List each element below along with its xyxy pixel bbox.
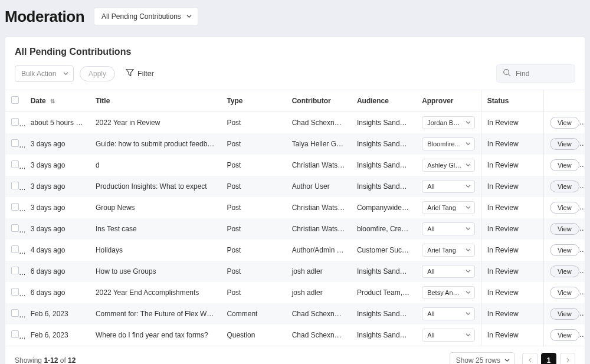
approver-select[interactable]: All	[422, 307, 475, 320]
cell-audience: Insights Sandbox	[351, 112, 416, 133]
view-button[interactable]: View	[550, 244, 579, 256]
column-header-approver[interactable]: Approver	[416, 90, 481, 112]
row-checkbox[interactable]	[11, 330, 19, 338]
approver-select[interactable]: All	[422, 329, 475, 342]
cell-title: Holidays	[90, 240, 221, 261]
bulk-action-select[interactable]: Bulk Action	[15, 65, 74, 82]
row-checkbox[interactable]	[11, 224, 19, 232]
page-title: Moderation	[5, 8, 84, 26]
approver-select[interactable]: Betsy Anderson	[422, 286, 475, 299]
column-header-contributor[interactable]: Contributor	[286, 90, 351, 112]
approver-select[interactable]: All	[422, 265, 475, 278]
view-button[interactable]: View	[550, 308, 579, 320]
search-box[interactable]	[496, 64, 575, 83]
chevron-down-icon	[186, 12, 192, 21]
row-checkbox[interactable]	[11, 245, 19, 253]
chevron-down-icon	[466, 183, 471, 190]
column-header-type[interactable]: Type	[221, 90, 286, 112]
view-selector[interactable]: All Pending Contributions	[94, 7, 198, 26]
cell-status: In Review	[481, 155, 543, 176]
cell-type: Post	[221, 112, 286, 133]
filter-label: Filter	[137, 70, 154, 78]
cell-contributor: Author User	[286, 176, 351, 197]
cell-contributor: Chad Schexnayder	[286, 112, 351, 133]
bulk-action-label: Bulk Action	[21, 70, 56, 78]
approver-select[interactable]: Ariel Tang	[422, 244, 475, 257]
approver-select[interactable]: Jordan Boyson	[422, 116, 475, 129]
approver-label: All	[427, 332, 434, 339]
table-row: about 5 hours ago2022 Year in ReviewPost…	[5, 112, 585, 133]
apply-button[interactable]: Apply	[80, 66, 115, 81]
table-row: Feb 6, 2023Where do I find year end tax …	[5, 324, 585, 346]
cell-type: Post	[221, 197, 286, 218]
view-button[interactable]: View	[550, 287, 579, 299]
pager-prev-button[interactable]	[522, 353, 537, 365]
view-button[interactable]: View	[550, 202, 579, 214]
view-button[interactable]: View	[550, 138, 579, 150]
row-checkbox[interactable]	[11, 267, 19, 274]
cell-date: about 5 hours ago	[25, 112, 90, 133]
approver-select[interactable]: All	[422, 180, 475, 193]
approver-label: Ariel Tang	[427, 204, 456, 211]
cell-contributor: Christian Watson	[286, 218, 351, 240]
approver-label: All	[427, 268, 434, 275]
approver-select[interactable]: Bloomfire Amb...	[422, 137, 475, 150]
approver-label: Jordan Boyson	[427, 119, 470, 126]
cell-contributor: Author/Admin Test	[286, 240, 351, 261]
row-checkbox[interactable]	[11, 203, 19, 211]
cell-type: Post	[221, 282, 286, 303]
row-checkbox[interactable]	[11, 139, 19, 147]
cell-status: In Review	[481, 176, 543, 197]
cell-date: 6 days ago	[25, 261, 90, 282]
cell-type: Post	[221, 218, 286, 240]
column-header-title[interactable]: Title	[90, 90, 221, 112]
pager-page-1[interactable]: 1	[541, 353, 556, 365]
approver-label: All	[427, 225, 434, 232]
card-title: All Pending Contributions	[5, 37, 585, 64]
showing-text: Showing 1-12 of 12	[15, 356, 76, 365]
approver-select[interactable]: All	[422, 222, 475, 235]
chevron-down-icon	[63, 70, 68, 78]
approver-label: All	[427, 183, 434, 190]
row-checkbox[interactable]	[11, 182, 19, 189]
cell-contributor: josh adler	[286, 261, 351, 282]
view-button[interactable]: View	[550, 159, 579, 171]
row-checkbox[interactable]	[11, 309, 19, 317]
chevron-down-icon	[466, 119, 471, 126]
approver-select[interactable]: Ashley Gladden	[422, 159, 475, 172]
search-icon	[503, 68, 511, 78]
rows-per-page-select[interactable]: Show 25 rows	[450, 352, 515, 365]
chevron-down-icon	[466, 310, 471, 317]
view-button[interactable]: View	[550, 265, 579, 277]
column-header-audience[interactable]: Audience	[351, 90, 416, 112]
cell-audience: Customer Success, I...	[351, 240, 416, 261]
select-all-checkbox[interactable]	[11, 96, 19, 104]
view-button[interactable]: View	[550, 181, 579, 192]
row-checkbox[interactable]	[11, 118, 19, 126]
cell-audience: Insights Sandbox	[351, 155, 416, 176]
view-button[interactable]: View	[550, 117, 579, 129]
cell-type: Comment	[221, 303, 286, 324]
column-header-status[interactable]: Status	[481, 90, 543, 112]
search-input[interactable]	[516, 70, 569, 78]
pager-next-button[interactable]	[560, 353, 575, 365]
column-header-date[interactable]: Date ⇅	[25, 90, 90, 112]
cell-title: Where do I find year end tax forms?	[90, 324, 221, 346]
chevron-down-icon	[466, 289, 471, 296]
table-row: Feb 6, 2023Comment for: The Future of Fl…	[5, 303, 585, 324]
cell-contributor: Talya Heller Greenbe...	[286, 133, 351, 155]
contributions-table: Date ⇅ Title Type Contributor Audience A…	[5, 90, 585, 346]
cell-status: In Review	[481, 261, 543, 282]
cell-contributor: Chad Schexnayder	[286, 324, 351, 346]
cell-title: 2022 Year in Review	[90, 112, 221, 133]
moderation-card: All Pending Contributions Bulk Action Ap…	[5, 37, 585, 364]
approver-select[interactable]: Ariel Tang	[422, 201, 475, 214]
row-checkbox[interactable]	[11, 288, 19, 296]
cell-type: Post	[221, 155, 286, 176]
filter-button[interactable]: Filter	[121, 65, 159, 81]
view-button[interactable]: View	[550, 329, 579, 341]
view-button[interactable]: View	[550, 223, 579, 235]
cell-type: Post	[221, 261, 286, 282]
cell-audience: Insights Sandbox	[351, 324, 416, 346]
row-checkbox[interactable]	[11, 160, 19, 168]
